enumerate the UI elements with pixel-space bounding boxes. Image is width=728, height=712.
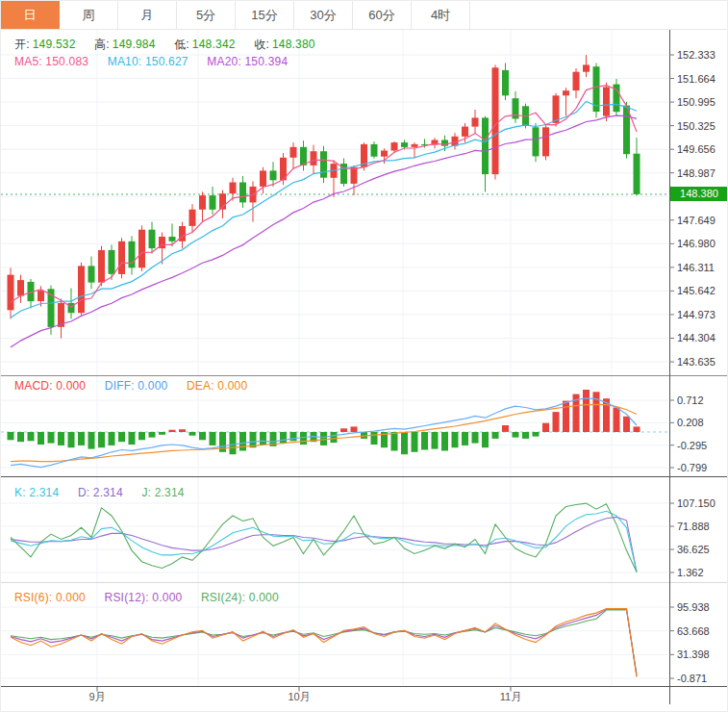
high-value: 149.984: [113, 38, 156, 51]
tab-30min[interactable]: 30分: [294, 1, 353, 29]
y-axis-tick-label: 107.150: [677, 497, 715, 509]
y-axis-tick-label: 0.208: [677, 417, 704, 428]
dea-legend: DEA: 0.000: [187, 379, 247, 393]
low-label: 低:: [174, 38, 189, 51]
x-axis-month-label: 11月: [500, 690, 521, 704]
rsi12-legend: RSI(12): 0.000: [105, 591, 183, 604]
x-axis-month-label: 9月: [88, 690, 105, 704]
diff-legend: DIFF: 0.000: [105, 379, 168, 393]
tab-4hour[interactable]: 4时: [412, 1, 470, 29]
y-axis-tick-label: 150.995: [677, 96, 715, 108]
y-axis-tick-label: 144.973: [677, 309, 715, 320]
y-axis-tick-label: 148.987: [677, 167, 715, 179]
tab-day[interactable]: 日: [1, 1, 60, 29]
tabbar-spacer: [470, 1, 727, 29]
y-axis-tick-label: 144.304: [677, 332, 715, 343]
y-axis-tick-label: 146.980: [677, 238, 715, 249]
y-axis-tick-label: 150.325: [677, 120, 715, 132]
macd-legend: MACD: 0.000: [14, 379, 86, 393]
y-axis-tick-label: 71.888: [677, 521, 710, 532]
ma5-legend: MA5: 150.083: [14, 55, 88, 68]
y-axis-tick-label: -0.295: [677, 440, 707, 451]
kdj-legend-row: K: 2.314 D: 2.314 J: 2.314: [14, 486, 200, 499]
y-axis-tick-label: -0.871: [677, 673, 707, 684]
open-value: 149.532: [33, 38, 76, 51]
y-axis-tick-label: 95.938: [677, 601, 710, 613]
rsi-legend-row: RSI(6): 0.000 RSI(12): 0.000 RSI(24): 0.…: [14, 591, 294, 604]
y-axis-tick-label: 143.635: [677, 356, 715, 368]
ma10-legend: MA10: 150.627: [108, 55, 188, 68]
j-legend: J: 2.314: [141, 486, 184, 499]
y-axis-tick-label: 0.712: [677, 394, 704, 406]
timeframe-tabbar: 日 周 月 5分 15分 30分 60分 4时: [1, 1, 727, 30]
close-label: 收:: [254, 38, 269, 51]
last-price-tag: 148.380: [670, 187, 728, 201]
open-label: 开:: [14, 38, 30, 51]
tab-15min[interactable]: 15分: [236, 1, 294, 29]
tab-month[interactable]: 月: [118, 1, 177, 29]
d-legend: D: 2.314: [78, 486, 123, 499]
y-axis-tick-label: 145.642: [677, 285, 715, 296]
rsi24-legend: RSI(24): 0.000: [201, 591, 279, 604]
tab-60min[interactable]: 60分: [353, 1, 412, 29]
y-axis-tick-label: 151.664: [677, 73, 715, 85]
y-axis-tick-label: 63.668: [677, 625, 710, 637]
kline-chart-widget: 日 周 月 5分 15分 30分 60分 4时 开:149.532 高:149.…: [0, 0, 728, 712]
chart-plot-area[interactable]: [1, 1, 728, 712]
low-value: 148.342: [192, 38, 236, 51]
y-axis-tick-label: 36.625: [677, 544, 710, 555]
y-axis-tick-label: 149.656: [677, 143, 715, 155]
tab-5min[interactable]: 5分: [177, 1, 236, 29]
tab-week[interactable]: 周: [60, 1, 118, 29]
rsi6-legend: RSI(6): 0.000: [14, 591, 86, 604]
y-axis-tick-label: 146.311: [677, 262, 715, 273]
high-label: 高:: [94, 38, 110, 51]
y-axis-tick-label: -0.799: [677, 462, 707, 473]
y-axis-tick-label: 1.362: [677, 567, 704, 578]
y-axis-tick-label: 31.398: [677, 648, 710, 660]
ma-legend-row: MA5: 150.083 MA10: 150.627 MA20: 150.394: [14, 55, 303, 68]
ohlc-row: 开:149.532 高:149.984 低:148.342 收:148.380: [14, 37, 331, 53]
x-axis-month-label: 10月: [288, 690, 310, 704]
macd-legend-row: MACD: 0.000 DIFF: 0.000 DEA: 0.000: [14, 379, 263, 393]
k-legend: K: 2.314: [14, 486, 59, 499]
y-axis-tick-label: 147.649: [677, 215, 715, 226]
close-value: 148.380: [272, 38, 315, 51]
ma20-legend: MA20: 150.394: [207, 55, 288, 68]
y-axis-tick-label: 152.333: [677, 49, 715, 61]
